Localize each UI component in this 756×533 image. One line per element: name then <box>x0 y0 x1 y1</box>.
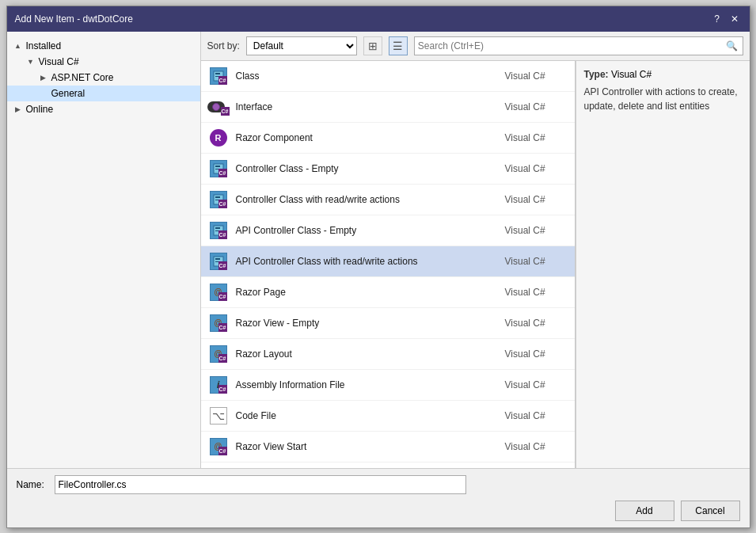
item-name: Class <box>236 70 499 82</box>
item-name: Code File <box>236 410 499 421</box>
code-icon: ⌥ <box>207 405 230 427</box>
items-area: C# ClassVisual C# C# InterfaceVisual C# … <box>201 61 750 468</box>
svg-rect-1 <box>215 73 220 74</box>
list-item[interactable]: C# InterfaceVisual C# <box>201 92 575 123</box>
name-label: Name: <box>17 479 48 490</box>
item-type: Visual C# <box>505 348 568 360</box>
list-item[interactable]: ⌥ Code FileVisual C# <box>201 401 575 432</box>
content-area: ▲ Installed ▼ Visual C# ▶ ASP.NET Core <box>7 32 750 468</box>
item-type: Visual C# <box>505 132 568 143</box>
view-list-button[interactable]: ☰ <box>389 36 408 55</box>
titlebar-controls: ? ✕ <box>710 12 742 26</box>
item-type: Visual C# <box>505 318 568 329</box>
installed-label: Installed <box>26 40 62 51</box>
razor-page-icon: @ C# <box>207 436 230 458</box>
list-item[interactable]: @ C# Razor PageVisual C# <box>201 277 575 308</box>
item-name: Interface <box>236 101 499 112</box>
razor-page-icon: @ C# <box>207 343 230 365</box>
titlebar: Add New Item - dwtDotCore ? ✕ <box>7 6 750 32</box>
info-panel: Type: Visual C# API Controller with acti… <box>576 61 750 468</box>
svg-rect-7 <box>215 196 220 198</box>
installed-arrow: ▲ <box>13 41 23 51</box>
class-icon: C# <box>207 65 230 87</box>
item-name: Controller Class - Empty <box>236 163 499 174</box>
item-type: Visual C# <box>505 379 568 390</box>
search-input-wrap: 🔍 <box>414 36 743 55</box>
item-type: Visual C# <box>505 163 568 174</box>
asm-icon: i C# <box>207 374 230 396</box>
list-item[interactable]: C# Controller Class with read/write acti… <box>201 185 575 215</box>
list-item[interactable]: @ C# Razor View StartVisual C# <box>201 432 575 463</box>
item-name: Controller Class with read/write actions <box>236 194 499 205</box>
list-item[interactable]: @ C# Razor LayoutVisual C# <box>201 339 575 370</box>
item-type: Visual C# <box>505 101 568 112</box>
class-icon: C# <box>207 158 230 180</box>
svg-rect-10 <box>215 227 220 229</box>
aspnet-core-label: ASP.NET Core <box>51 72 114 83</box>
toolbar: Sort by: Default Name Type ⊞ ☰ 🔍 <box>201 32 750 61</box>
list-item[interactable]: C# API Controller Class with read/write … <box>201 246 575 277</box>
item-type: Visual C# <box>505 70 568 82</box>
aspnet-arrow: ▶ <box>39 73 48 82</box>
razor-page-icon: @ C# <box>207 312 230 334</box>
bottom-area: Name: Add Cancel <box>7 468 750 527</box>
main-panel: Sort by: Default Name Type ⊞ ☰ 🔍 <box>201 32 750 468</box>
item-type: Visual C# <box>505 410 568 421</box>
sort-select[interactable]: Default Name Type <box>246 36 357 55</box>
visual-csharp-arrow: ▼ <box>26 57 36 67</box>
name-row: Name: <box>17 475 740 494</box>
add-new-item-dialog: Add New Item - dwtDotCore ? ✕ ▲ Installe… <box>6 6 750 528</box>
sidebar: ▲ Installed ▼ Visual C# ▶ ASP.NET Core <box>7 32 201 468</box>
sidebar-item-installed[interactable]: ▲ Installed <box>7 38 200 54</box>
item-name: Razor Page <box>236 287 499 298</box>
item-name: Razor Layout <box>236 348 499 360</box>
item-name: Razor Component <box>236 132 499 143</box>
list-item[interactable]: @ C# Razor View ImportsVisual C# <box>201 463 575 468</box>
item-name: Razor View - Empty <box>236 318 499 329</box>
class-icon: C# <box>207 219 230 242</box>
item-name: Assembly Information File <box>236 379 499 390</box>
search-box: 🔍 <box>414 36 743 55</box>
class-icon: C# <box>207 250 230 272</box>
add-button[interactable]: Add <box>615 501 674 521</box>
item-name: API Controller Class with read/write act… <box>236 256 499 267</box>
general-label: General <box>51 88 85 99</box>
item-type: Visual C# <box>505 225 568 236</box>
svg-rect-4 <box>215 166 220 167</box>
list-item[interactable]: C# API Controller Class - EmptyVisual C# <box>201 215 575 246</box>
list-item[interactable]: C# ClassVisual C# <box>201 61 575 92</box>
razor-page-icon: @ C# <box>207 466 230 468</box>
visual-csharp-label: Visual C# <box>39 56 79 67</box>
list-item[interactable]: i C# Assembly Information FileVisual C# <box>201 370 575 401</box>
class-icon: C# <box>207 188 230 211</box>
online-arrow: ▶ <box>13 105 23 114</box>
online-label: Online <box>26 104 54 115</box>
sort-label: Sort by: <box>207 40 240 51</box>
cancel-button[interactable]: Cancel <box>681 501 740 521</box>
sidebar-item-general[interactable]: General <box>7 86 200 101</box>
type-label: Type: <box>584 69 609 80</box>
list-item[interactable]: @ C# Razor View - EmptyVisual C# <box>201 308 575 339</box>
item-name: API Controller Class - Empty <box>236 225 499 236</box>
view-grid-button[interactable]: ⊞ <box>363 36 382 55</box>
close-button[interactable]: ✕ <box>728 12 742 26</box>
info-type: Type: Visual C# <box>584 69 742 80</box>
item-type: Visual C# <box>505 256 568 267</box>
item-type: Visual C# <box>505 287 568 298</box>
name-input[interactable] <box>55 475 466 494</box>
item-type: Visual C# <box>505 441 568 452</box>
search-input[interactable] <box>418 40 724 51</box>
info-description: API Controller with actions to create, u… <box>584 85 742 113</box>
item-type: Visual C# <box>505 194 568 205</box>
list-item[interactable]: C# Controller Class - EmptyVisual C# <box>201 154 575 185</box>
sidebar-item-aspnet-core[interactable]: ▶ ASP.NET Core <box>7 70 200 86</box>
type-value: Visual C# <box>611 69 652 80</box>
help-button[interactable]: ? <box>710 12 724 26</box>
sidebar-item-visual-csharp[interactable]: ▼ Visual C# <box>7 54 200 70</box>
search-icon-button[interactable]: 🔍 <box>724 40 739 51</box>
razor-page-icon: @ C# <box>207 281 230 303</box>
sidebar-item-online[interactable]: ▶ Online <box>7 101 200 117</box>
list-item[interactable]: R Razor ComponentVisual C# <box>201 123 575 154</box>
dialog-title: Add New Item - dwtDotCore <box>15 13 133 25</box>
svg-rect-13 <box>215 258 220 260</box>
